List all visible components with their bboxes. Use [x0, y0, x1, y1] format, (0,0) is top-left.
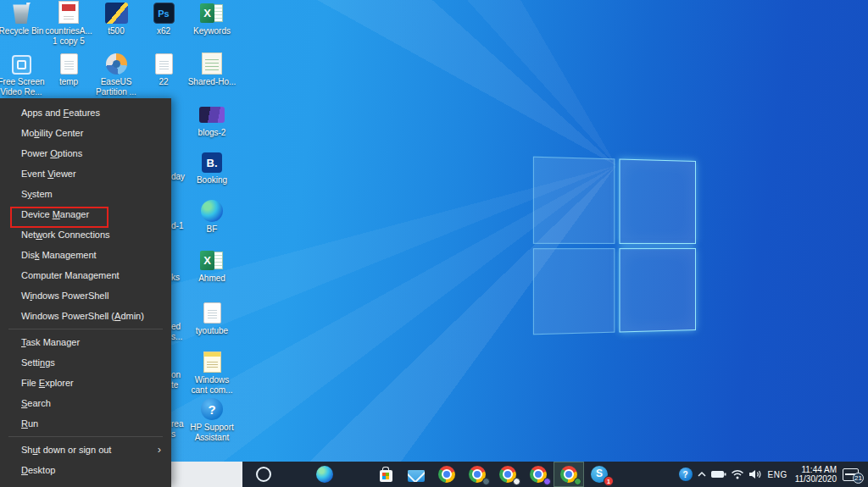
menu-item-label: Power Options: [21, 148, 82, 158]
desktop-icon-hp-support-assistant[interactable]: HP SupportAssistant: [188, 398, 236, 443]
desktop-icon-countriesa-1-copy-5[interactable]: countriesA...1 copy 5: [45, 2, 92, 47]
desktop-icon-label: tyoutube: [196, 326, 228, 336]
menu-item-settings[interactable]: Settings: [0, 352, 171, 373]
desktop-icon-ahmed[interactable]: Ahmed: [188, 249, 236, 284]
clipped-label-fragment: ks: [171, 273, 180, 282]
menu-item-windows-powershell-admin[interactable]: Windows PowerShell (Admin): [0, 306, 171, 326]
taskbar-badge: [574, 478, 581, 485]
desktop-icon-free-screen-video-re[interactable]: Free ScreenVideo Re...: [0, 53, 45, 97]
windows-logo-pane: [533, 157, 615, 244]
imgdoc-icon: [58, 1, 79, 24]
clipped-label-fragment: on: [171, 370, 181, 379]
menu-item-system[interactable]: System: [0, 184, 171, 204]
taskbar-edge[interactable]: [309, 462, 340, 487]
desktop-icon-label: blogs-2: [198, 128, 226, 138]
desktop-icon-label: 1 copy 5: [53, 36, 85, 47]
desktop-icon-easeus-partition[interactable]: EaseUSPartition ...: [92, 53, 140, 97]
menu-item-power-options[interactable]: Power Options: [0, 143, 171, 163]
desktop-icon-22[interactable]: 22: [140, 53, 187, 87]
clock[interactable]: 11:44 AM 11/30/2020: [795, 465, 837, 484]
menu-item-run[interactable]: Run: [0, 413, 171, 434]
menu-item-label: Mobility Center: [21, 128, 83, 138]
file-explorer-icon: [347, 466, 364, 483]
menu-item-windows-powershell[interactable]: Windows PowerShell: [0, 285, 171, 306]
menu-item-label: Apps and Features: [21, 108, 100, 118]
desktop-icon-label: Booking: [197, 175, 227, 185]
menu-item-computer-management[interactable]: Computer Management: [0, 265, 171, 285]
language-indicator[interactable]: ENG: [768, 470, 787, 479]
battery-icon[interactable]: [711, 469, 726, 479]
menu-item-label: Computer Management: [21, 270, 120, 280]
menu-item-device-manager[interactable]: Device Manager: [0, 204, 171, 224]
desktop-icon-label: temp: [59, 77, 78, 87]
desktop-icon-bf[interactable]: BF: [188, 200, 236, 235]
clipped-label-fragment: ed: [171, 322, 181, 331]
desktop-icon-t500[interactable]: t500: [92, 2, 140, 36]
menu-item-label: Network Connections: [21, 230, 110, 240]
ps-icon: [153, 3, 175, 24]
mail-icon: [408, 470, 425, 482]
booking-icon: [202, 152, 222, 173]
desktop-icon-booking[interactable]: Booking: [188, 151, 236, 185]
taskbar-mail[interactable]: [401, 462, 431, 487]
desktop-icon-tyoutube[interactable]: tyoutube: [188, 302, 236, 336]
taskbar-skype[interactable]: 1: [584, 462, 615, 487]
action-center-icon[interactable]: 21: [843, 468, 859, 481]
menu-item-disk-management[interactable]: Disk Management: [0, 245, 171, 265]
desktop-icon-label: countriesA...: [45, 26, 92, 36]
clipped-label-fragment: s: [171, 429, 175, 439]
desktop-icon-windows-cant-com[interactable]: Windowscant com...: [188, 351, 236, 396]
menu-item-label: Search: [21, 398, 51, 408]
recycle-icon: [12, 3, 31, 24]
windows-logo-pane: [533, 248, 615, 335]
menu-item-search[interactable]: Search: [0, 393, 171, 413]
store-icon: [380, 470, 392, 482]
taskbar-cortana[interactable]: [248, 462, 279, 487]
desktop-icon-label: Partition ...: [96, 87, 136, 97]
hp-icon: [201, 398, 223, 420]
menu-item-desktop[interactable]: Desktop: [0, 460, 171, 480]
taskbar-badge: 1: [604, 476, 614, 486]
desktop-icon-temp[interactable]: temp: [45, 53, 92, 87]
menu-item-mobility-center[interactable]: Mobility Center: [0, 123, 171, 143]
clock-date: 11/30/2020: [795, 474, 837, 484]
taskbar-task-view[interactable]: [279, 462, 309, 487]
hp-support-tray-icon[interactable]: [679, 468, 693, 481]
desktop-icon-label: 22: [159, 77, 168, 87]
taskbar-chrome-active[interactable]: [554, 462, 584, 487]
menu-item-label: Settings: [21, 357, 55, 368]
taskbar-file-explorer[interactable]: [340, 462, 370, 487]
menu-item-apps-and-features[interactable]: Apps and Features: [0, 102, 171, 123]
desktop-icon-label: x62: [157, 26, 170, 36]
desktop-icon-label: HP Support: [190, 423, 234, 433]
volume-icon[interactable]: [748, 469, 762, 479]
taskbar-chrome[interactable]: [523, 462, 554, 487]
menu-item-file-explorer[interactable]: File Explorer: [0, 373, 171, 393]
taskbar-chrome[interactable]: [492, 462, 523, 487]
taskbar-apps: 1: [248, 462, 615, 487]
desktop-icon-label: Ahmed: [198, 274, 225, 284]
cortana-icon: [256, 467, 271, 482]
taskbar-chrome[interactable]: [431, 462, 462, 487]
excel-icon: [200, 3, 224, 24]
clipped-label-fragment: day: [171, 172, 185, 181]
desktop-icon-keywords[interactable]: Keywords: [188, 2, 236, 36]
easeus-icon: [106, 53, 127, 75]
search-box-remnant[interactable]: [171, 462, 242, 487]
chevron-up-icon[interactable]: [697, 469, 707, 479]
menu-item-event-viewer[interactable]: Event Viewer: [0, 163, 171, 184]
desktop-icon-label: Assistant: [195, 433, 230, 443]
menu-item-task-manager[interactable]: Task Manager: [0, 332, 171, 352]
desktop-icon-x62[interactable]: x62: [140, 2, 187, 36]
desktop-icon-recycle-bin[interactable]: Recycle Bin: [0, 2, 45, 36]
desktop-icon-blogs-2[interactable]: blogs-2: [188, 103, 236, 138]
wifi-icon[interactable]: [731, 469, 744, 479]
menu-item-network-connections[interactable]: Network Connections: [0, 224, 171, 245]
menu-item-label: File Explorer: [21, 378, 74, 388]
desktop-icon-label: Shared-Ho...: [188, 77, 236, 87]
desktop-icon-shared-ho[interactable]: Shared-Ho...: [188, 53, 236, 87]
menu-item-shut-down-or-sign-out[interactable]: Shut down or sign out›: [0, 440, 171, 460]
taskbar-chrome[interactable]: [462, 462, 492, 487]
taskbar-store[interactable]: [370, 462, 401, 487]
chrome-icon: [438, 466, 455, 483]
